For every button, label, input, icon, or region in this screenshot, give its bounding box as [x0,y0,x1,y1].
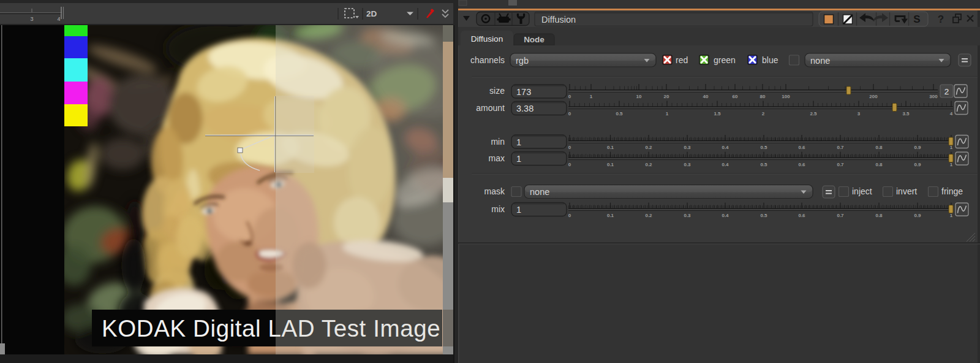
svg-text:0.8: 0.8 [875,213,883,218]
svg-text:none: none [810,56,830,66]
svg-text:?: ? [938,13,944,25]
svg-text:Node: Node [524,35,545,44]
svg-text:none: none [530,187,549,197]
svg-text:3: 3 [858,111,861,117]
svg-text:0.5: 0.5 [616,111,623,117]
svg-text:invert: invert [896,186,917,196]
svg-text:0: 0 [568,213,571,218]
svg-text:blue: blue [762,55,778,65]
svg-text:0.1: 0.1 [607,145,614,150]
svg-text:0.2: 0.2 [645,162,652,167]
svg-text:size: size [489,86,505,96]
svg-text:0.5: 0.5 [760,213,767,218]
svg-text:3: 3 [30,16,33,22]
svg-text:fringe: fringe [941,186,963,196]
svg-text:1.5: 1.5 [714,111,721,117]
svg-text:173: 173 [516,87,531,97]
svg-text:0.4: 0.4 [722,213,729,218]
svg-text:0.1: 0.1 [607,162,614,167]
svg-text:10: 10 [636,94,642,99]
svg-text:0: 0 [568,111,571,117]
svg-text:inject: inject [852,186,872,196]
svg-text:100: 100 [782,94,790,99]
svg-text:0.4: 0.4 [722,162,729,167]
svg-text:3.5: 3.5 [902,111,910,117]
svg-text:0.6: 0.6 [798,162,805,167]
svg-text:2D: 2D [366,9,377,18]
svg-text:4: 4 [57,16,60,22]
svg-text:0.9: 0.9 [914,213,921,218]
svg-text:red: red [676,55,688,65]
svg-text:0.4: 0.4 [722,145,729,150]
svg-text:0.8: 0.8 [875,162,883,167]
svg-text:20: 20 [664,94,669,99]
svg-text:0.9: 0.9 [914,145,921,150]
svg-text:200: 200 [869,94,878,99]
svg-text:0: 0 [568,145,571,150]
svg-text:2: 2 [944,87,949,96]
svg-text:300: 300 [929,94,938,99]
svg-text:0: 0 [568,162,571,167]
svg-text:0.5: 0.5 [760,145,767,150]
svg-text:0.6: 0.6 [798,145,805,150]
svg-text:0: 0 [568,94,571,99]
svg-text:0.7: 0.7 [837,162,844,167]
svg-text:0.2: 0.2 [645,145,652,150]
svg-text:60: 60 [733,94,738,99]
svg-text:0.3: 0.3 [684,213,691,218]
svg-text:mix: mix [491,204,505,214]
svg-text:channels: channels [470,55,505,65]
svg-text:0.7: 0.7 [837,213,844,218]
svg-text:2.5: 2.5 [810,111,817,117]
svg-text:0.7: 0.7 [837,145,844,150]
svg-text:1: 1 [666,111,669,117]
svg-text:0.8: 0.8 [875,145,883,150]
svg-text:3.38: 3.38 [516,104,533,113]
svg-text:0.2: 0.2 [645,213,652,218]
svg-text:1: 1 [516,137,521,147]
svg-text:Diffusion: Diffusion [541,15,576,25]
svg-text:min: min [491,137,505,147]
svg-text:0.6: 0.6 [798,213,805,218]
svg-text:40: 40 [703,94,709,99]
svg-text:80: 80 [760,94,766,99]
svg-text:rgb: rgb [516,56,529,66]
svg-text:1: 1 [516,205,521,215]
svg-text:0.5: 0.5 [760,162,767,167]
svg-text:1: 1 [516,154,521,164]
svg-text:1: 1 [590,94,593,99]
svg-text:0.1: 0.1 [607,213,614,218]
svg-text:mask: mask [484,186,505,196]
svg-text:Diffusion: Diffusion [471,34,503,44]
svg-text:4: 4 [950,111,953,117]
svg-text:0.3: 0.3 [684,162,691,167]
svg-text:0.9: 0.9 [914,162,921,167]
svg-text:2: 2 [762,111,765,117]
svg-text:amount: amount [476,103,505,113]
svg-text:max: max [489,153,505,163]
svg-text:0.3: 0.3 [684,145,691,150]
svg-text:S: S [913,13,920,25]
svg-text:green: green [714,55,736,65]
